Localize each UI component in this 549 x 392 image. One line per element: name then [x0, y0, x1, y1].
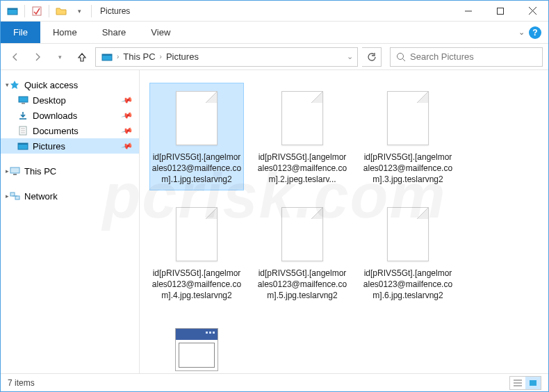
svg-rect-12 — [22, 103, 25, 104]
hta-icon — [175, 328, 218, 371]
blank-file-icon — [387, 91, 429, 145]
blank-file-icon — [176, 91, 218, 145]
qat-newfolder-icon[interactable] — [54, 3, 69, 19]
address-bar[interactable]: › This PC › Pictures ⌄ — [95, 47, 358, 67]
svg-rect-1 — [8, 8, 17, 10]
view-largeicons-button[interactable] — [525, 377, 541, 389]
explorer-window: ▾ Pictures File Home Share View ⌄ ? ▾ › … — [0, 0, 549, 392]
status-item-count: 7 items — [8, 378, 35, 388]
back-button[interactable] — [6, 48, 24, 66]
sidebar-quick-access[interactable]: ▾ Quick access — [1, 77, 139, 92]
sidebar-item-documents[interactable]: Documents📌 — [1, 123, 139, 138]
blank-file-icon — [281, 91, 323, 145]
help-icon[interactable]: ? — [529, 26, 541, 39]
file-pane[interactable]: id[pRIVS5Gt].[angelmorales0123@mailfence… — [140, 70, 548, 373]
breadcrumb-this-pc[interactable]: This PC — [120, 51, 158, 62]
ribbon-tab-home[interactable]: Home — [40, 22, 90, 43]
documents-icon — [17, 125, 28, 136]
sidebar-item-label: Downloads — [33, 111, 77, 121]
address-dropdown-icon[interactable]: ⌄ — [345, 52, 354, 61]
sidebar: ▾ Quick access Desktop📌Downloads📌Documen… — [1, 70, 140, 373]
star-icon — [9, 79, 20, 90]
svg-rect-19 — [18, 143, 28, 145]
app-icon — [5, 3, 20, 19]
svg-line-10 — [403, 58, 406, 61]
ribbon-tab-share[interactable]: Share — [90, 22, 139, 43]
refresh-button[interactable] — [362, 47, 382, 67]
breadcrumb-pictures[interactable]: Pictures — [163, 51, 202, 62]
sidebar-network[interactable]: ▸ Network — [1, 188, 139, 204]
sidebar-item-downloads[interactable]: Downloads📌 — [1, 108, 139, 123]
ribbon-expand-icon[interactable]: ⌄ — [518, 28, 525, 37]
statusbar: 7 items — [1, 373, 548, 391]
forward-button[interactable] — [28, 48, 47, 66]
search-placeholder: Search Pictures — [410, 51, 474, 62]
this-pc-icon — [9, 165, 20, 177]
caret-right-icon[interactable]: ▸ — [3, 168, 10, 174]
pin-icon: 📌 — [121, 124, 134, 137]
chevron-right-icon[interactable]: › — [115, 53, 120, 60]
chevron-right-icon[interactable]: › — [158, 53, 163, 60]
search-input[interactable]: Search Pictures — [390, 47, 543, 67]
file-name-label: id[pRIVS5Gt].[angelmorales0123@mailfence… — [151, 268, 242, 302]
svg-rect-20 — [10, 168, 19, 173]
sidebar-item-label: Desktop — [33, 95, 66, 106]
file-item[interactable]: id[pRIVS5Gt].[angelmorales0123@mailfence… — [255, 83, 350, 190]
svg-rect-4 — [498, 8, 504, 14]
view-details-button[interactable] — [510, 377, 525, 389]
sidebar-item-pictures[interactable]: Pictures📌 — [1, 138, 139, 154]
file-name-label: id[pRIVS5Gt].[angelmorales0123@mailfence… — [363, 268, 453, 302]
view-toggle — [509, 376, 541, 390]
maximize-button[interactable] — [484, 1, 516, 22]
navbar: ▾ › This PC › Pictures ⌄ Search Pictures — [1, 44, 548, 70]
search-icon — [396, 52, 406, 62]
desktop-icon — [17, 95, 28, 106]
svg-rect-21 — [13, 174, 17, 175]
file-item[interactable]: id[pRIVS5Gt].[angelmorales0123@mailfence… — [149, 199, 244, 307]
pin-icon: 📌 — [121, 109, 134, 122]
close-button[interactable] — [516, 1, 548, 22]
breadcrumb-pictures-icon — [99, 52, 115, 62]
file-item[interactable]: id[pRIVS5Gt].[angelmorales0123@mailfence… — [361, 83, 455, 190]
qat-properties-icon[interactable] — [29, 3, 44, 19]
pin-icon: 📌 — [121, 94, 134, 106]
sidebar-item-desktop[interactable]: Desktop📌 — [1, 92, 139, 108]
ribbon: File Home Share View ⌄ ? — [1, 22, 548, 44]
blank-file-icon — [281, 207, 323, 261]
minimize-button[interactable] — [452, 1, 484, 22]
blank-file-icon — [176, 207, 218, 261]
svg-rect-28 — [530, 380, 536, 386]
network-icon — [9, 190, 20, 202]
ribbon-file-tab[interactable]: File — [1, 22, 40, 43]
caret-right-icon[interactable]: ▸ — [3, 193, 10, 199]
file-item[interactable]: id[pRIVS5Gt].[angelmorales0123@mailfence… — [149, 83, 244, 190]
file-name-label: id[pRIVS5Gt].[angelmorales0123@mailfence… — [257, 268, 347, 302]
file-name-label: id[pRIVS5Gt].[angelmorales0123@mailfence… — [363, 152, 453, 186]
sidebar-item-label: This PC — [24, 166, 56, 177]
pin-icon: 📌 — [121, 140, 134, 152]
ribbon-tab-view[interactable]: View — [138, 22, 183, 43]
svg-rect-11 — [19, 97, 28, 102]
sidebar-item-label: Quick access — [24, 80, 78, 90]
up-button[interactable] — [73, 48, 91, 66]
sidebar-item-label: Pictures — [33, 141, 65, 152]
sidebar-this-pc[interactable]: ▸ This PC — [1, 163, 139, 179]
svg-rect-2 — [33, 7, 41, 15]
svg-point-9 — [398, 53, 404, 59]
file-name-label: id[pRIVS5Gt].[angelmorales0123@mailfence… — [257, 152, 347, 186]
qat-dropdown-icon[interactable]: ▾ — [72, 3, 87, 19]
file-item[interactable]: id[pRIVS5Gt].[angelmorales0123@mailfence… — [255, 199, 350, 307]
svg-rect-8 — [102, 54, 112, 56]
pictures-icon — [17, 140, 28, 152]
caret-down-icon[interactable]: ▾ — [3, 81, 10, 88]
downloads-icon — [17, 110, 28, 121]
file-item[interactable]: teslarvng2.hta — [149, 314, 244, 373]
sidebar-item-label: Documents — [33, 126, 79, 136]
recent-dropdown[interactable]: ▾ — [51, 48, 69, 66]
file-name-label: id[pRIVS5Gt].[angelmorales0123@mailfence… — [151, 152, 242, 186]
svg-rect-22 — [10, 193, 15, 196]
blank-file-icon — [387, 207, 429, 261]
file-item[interactable]: id[pRIVS5Gt].[angelmorales0123@mailfence… — [361, 199, 455, 307]
sidebar-item-label: Network — [24, 191, 58, 202]
titlebar: ▾ Pictures — [1, 1, 548, 22]
